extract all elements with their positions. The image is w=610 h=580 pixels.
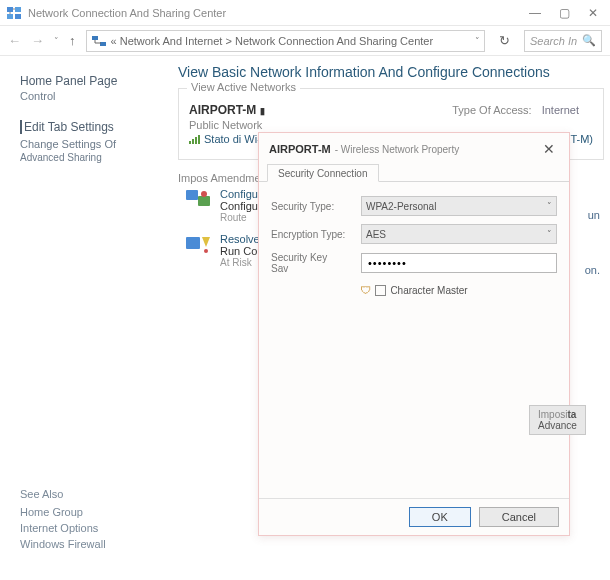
advanced-button[interactable]: Imposita Advance (529, 405, 586, 435)
encryption-type-label: Encryption Type: (271, 229, 357, 240)
network-ssid: AIRPORT-M ▮ (189, 103, 409, 117)
svg-point-10 (201, 191, 207, 197)
close-button[interactable]: ✕ (588, 6, 598, 20)
edit-tab-settings-link[interactable]: Edit Tab Settings (20, 120, 114, 134)
svg-rect-1 (15, 7, 21, 12)
show-characters-label: Character Master (390, 285, 467, 296)
recent-dropdown[interactable]: ˅ (54, 36, 59, 46)
refresh-button[interactable]: ↻ (495, 33, 514, 48)
active-networks-legend: View Active Networks (187, 81, 300, 93)
search-input[interactable]: Search In 🔍 (524, 30, 602, 52)
window-titlebar: Network Connection And Sharing Center — … (0, 0, 610, 26)
minimize-button[interactable]: — (529, 6, 541, 20)
page-heading: View Basic Network Information And Confi… (178, 64, 604, 80)
change-settings-link[interactable]: Change Settings Of (20, 138, 160, 150)
svg-rect-6 (92, 36, 98, 40)
address-dropdown[interactable]: ˅ (475, 36, 480, 46)
breadcrumb[interactable]: « Network And Internet > Network Connect… (111, 35, 472, 47)
dialog-close-button[interactable]: ✕ (539, 141, 559, 157)
windows-firewall-link[interactable]: Windows Firewall (20, 538, 106, 550)
home-panel-link[interactable]: Home Panel Page (20, 74, 160, 88)
see-also-heading: See Also (20, 488, 106, 500)
svg-rect-2 (7, 14, 13, 19)
security-key-input[interactable] (361, 253, 557, 273)
configure-icon (184, 188, 212, 210)
side-note-2: on. (585, 264, 600, 276)
dialog-title: AIRPORT-M- Wireless Network Property (269, 143, 459, 155)
troubleshoot-icon (184, 233, 212, 255)
signal-icon: ▮ (260, 106, 265, 116)
svg-point-12 (204, 249, 208, 253)
side-note-1: un (588, 209, 600, 221)
up-button[interactable]: ↑ (69, 33, 76, 48)
encryption-type-select[interactable]: AES ˅ (361, 224, 557, 244)
sidebar: Home Panel Page Control Edit Tab Setting… (0, 56, 172, 580)
maximize-button[interactable]: ▢ (559, 6, 570, 20)
app-icon (6, 5, 22, 21)
chevron-down-icon: ˅ (547, 229, 552, 239)
svg-rect-9 (198, 196, 210, 206)
access-type-label: Type Of Access: (452, 104, 541, 116)
wireless-property-dialog: AIRPORT-M- Wireless Network Property ✕ S… (258, 132, 570, 536)
security-type-select[interactable]: WPA2-Personal ˅ (361, 196, 557, 216)
forward-button[interactable]: → (31, 33, 44, 48)
search-icon: 🔍 (582, 34, 596, 47)
tab-security-connection[interactable]: Security Connection (267, 164, 379, 182)
home-group-link[interactable]: Home Group (20, 506, 106, 518)
address-bar[interactable]: « Network And Internet > Network Connect… (86, 30, 486, 52)
nav-bar: ← → ˅ ↑ « Network And Internet > Network… (0, 26, 610, 56)
window-title: Network Connection And Sharing Center (28, 7, 529, 19)
security-key-label: Security Key Sav (271, 252, 357, 274)
chevron-down-icon: ˅ (547, 201, 552, 211)
network-category: Public Network (189, 119, 409, 131)
wifi-signal-icon (189, 135, 200, 144)
svg-rect-0 (7, 7, 13, 12)
show-characters-checkbox[interactable] (375, 285, 386, 296)
ok-button[interactable]: OK (409, 507, 471, 527)
security-type-label: Security Type: (271, 201, 357, 212)
svg-rect-11 (186, 237, 200, 249)
internet-options-link[interactable]: Internet Options (20, 522, 106, 534)
access-type-value: Internet (542, 104, 593, 116)
svg-rect-3 (15, 14, 21, 19)
advanced-sharing-link[interactable]: Advanced Sharing (20, 152, 160, 163)
back-button[interactable]: ← (8, 33, 21, 48)
network-path-icon (91, 33, 107, 49)
control-link[interactable]: Control (20, 90, 160, 102)
shield-icon: 🛡 (360, 284, 371, 296)
svg-rect-8 (186, 190, 198, 200)
cancel-button[interactable]: Cancel (479, 507, 559, 527)
